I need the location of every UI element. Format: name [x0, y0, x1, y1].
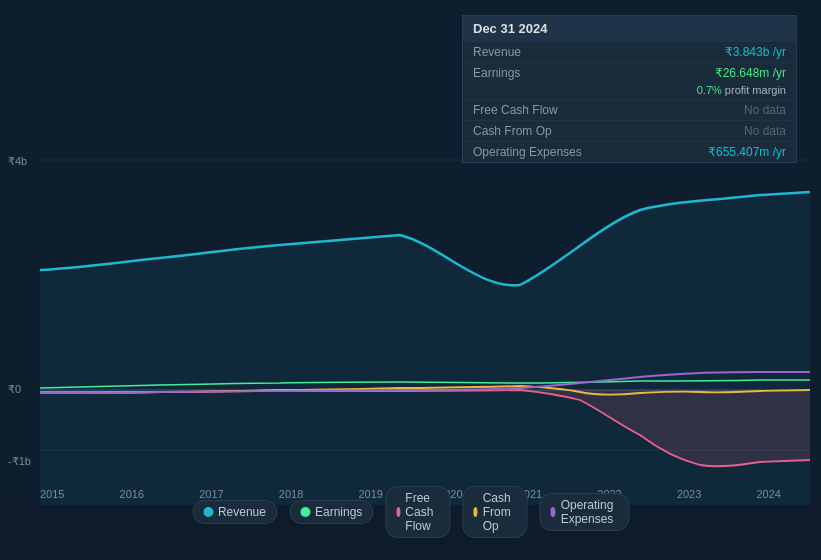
- tooltip-label-revenue: Revenue: [473, 45, 521, 59]
- tooltip-label-earnings: Earnings: [473, 66, 520, 80]
- legend-label-opex: Operating Expenses: [561, 498, 618, 526]
- tooltip-label-opex: Operating Expenses: [473, 145, 582, 159]
- tooltip-value-cashfromop: No data: [744, 124, 786, 138]
- tooltip-title: Dec 31 2024: [463, 16, 796, 41]
- tooltip-row-opex: Operating Expenses ₹655.407m /yr: [463, 141, 796, 162]
- tooltip-row-earnings: Earnings ₹26.648m /yr: [463, 62, 796, 83]
- x-label-2024: 2024: [756, 488, 780, 500]
- legend-label-cashfromop: Cash From Op: [483, 491, 517, 533]
- legend-item-fcf[interactable]: Free Cash Flow: [385, 486, 450, 538]
- tooltip-value-opex: ₹655.407m /yr: [708, 145, 786, 159]
- tooltip-label-cashfromop: Cash From Op: [473, 124, 552, 138]
- tooltip-label-fcf: Free Cash Flow: [473, 103, 558, 117]
- legend-label-earnings: Earnings: [315, 505, 362, 519]
- tooltip-value-revenue: ₹3.843b /yr: [725, 45, 786, 59]
- y-label-neg1b: -₹1b: [8, 455, 31, 468]
- legend-dot-cashfromop: [473, 507, 477, 517]
- legend-item-cashfromop[interactable]: Cash From Op: [462, 486, 527, 538]
- legend-item-opex[interactable]: Operating Expenses: [539, 493, 629, 531]
- legend-item-earnings[interactable]: Earnings: [289, 500, 373, 524]
- tooltip-value-fcf: No data: [744, 103, 786, 117]
- tooltip-row-cashfromop: Cash From Op No data: [463, 120, 796, 141]
- x-label-2015: 2015: [40, 488, 64, 500]
- legend-dot-revenue: [203, 507, 213, 517]
- y-label-0: ₹0: [8, 383, 21, 396]
- profit-margin-text: 0.7% profit margin: [697, 84, 786, 96]
- chart-legend: Revenue Earnings Free Cash Flow Cash Fro…: [192, 486, 629, 538]
- tooltip-box: Dec 31 2024 Revenue ₹3.843b /yr Earnings…: [462, 15, 797, 163]
- tooltip-value-earnings: ₹26.648m /yr: [715, 66, 786, 80]
- y-label-4b: ₹4b: [8, 155, 27, 168]
- legend-label-revenue: Revenue: [218, 505, 266, 519]
- x-label-2016: 2016: [120, 488, 144, 500]
- profit-margin-row: 0.7% profit margin: [463, 83, 796, 99]
- tooltip-row-fcf: Free Cash Flow No data: [463, 99, 796, 120]
- tooltip-row-revenue: Revenue ₹3.843b /yr: [463, 41, 796, 62]
- legend-dot-earnings: [300, 507, 310, 517]
- legend-dot-opex: [550, 507, 555, 517]
- legend-label-fcf: Free Cash Flow: [405, 491, 439, 533]
- legend-item-revenue[interactable]: Revenue: [192, 500, 277, 524]
- x-label-2023: 2023: [677, 488, 701, 500]
- legend-dot-fcf: [396, 507, 400, 517]
